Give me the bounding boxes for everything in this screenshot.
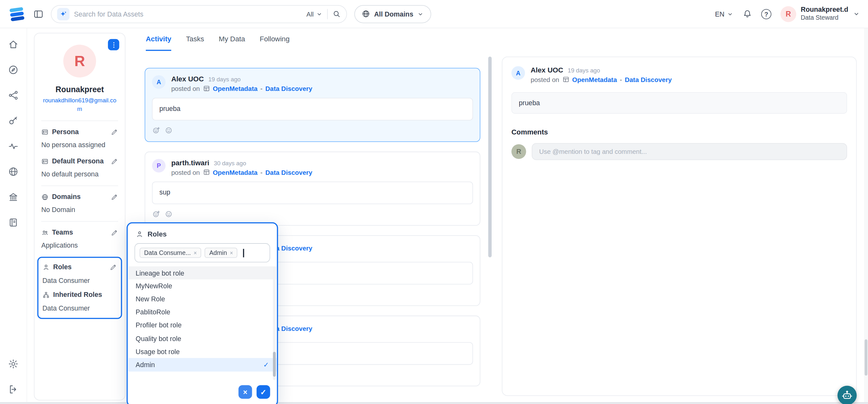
post-target-link[interactable]: Data Discovery: [266, 85, 312, 92]
post-message[interactable]: prueba: [152, 98, 473, 120]
comments-heading: Comments: [512, 128, 847, 136]
tab-my-data[interactable]: My Data: [219, 35, 245, 51]
search-scope-dropdown[interactable]: All: [307, 10, 323, 17]
nav-glossary-button[interactable]: [4, 213, 22, 231]
window-vertical-scrollbar[interactable]: [864, 28, 868, 402]
user-meta: Rounakpreet.d Data Steward: [801, 6, 848, 22]
nav-home-button[interactable]: [4, 35, 22, 53]
default-persona-icon: [41, 158, 49, 165]
user-profile-panel: R Rounakpreet rounakdhillon619@gmail.com…: [34, 33, 125, 401]
nav-domains-button[interactable]: [4, 163, 22, 180]
divider: [327, 9, 328, 19]
domains-dropdown-value: All Domains: [374, 10, 413, 18]
nav-lineage-button[interactable]: [4, 86, 22, 104]
post-entity-link[interactable]: OpenMetadata: [213, 169, 257, 175]
ai-sparkle-icon[interactable]: [57, 8, 69, 20]
persona-value: No persona assigned: [41, 141, 118, 149]
selected-role-chip: Admin ×: [205, 248, 238, 258]
nav-apis-button[interactable]: [4, 112, 22, 130]
edit-teams-icon[interactable]: [111, 229, 118, 236]
roles-popover-title: Roles: [147, 230, 167, 238]
profile-name: Rounakpreet: [41, 85, 118, 94]
home-icon: [8, 39, 19, 50]
add-reaction-icon[interactable]: [152, 126, 161, 135]
emoji-reaction-icon[interactable]: [164, 210, 173, 219]
link-separator: -: [620, 76, 622, 83]
edit-domains-icon[interactable]: [111, 193, 118, 201]
hierarchy-icon: [42, 291, 50, 298]
user-avatar[interactable]: R: [780, 6, 796, 22]
sidebar-toggle-icon[interactable]: [33, 9, 43, 19]
chip-label: Data Consume...: [144, 250, 191, 256]
role-option[interactable]: New Role: [128, 293, 277, 306]
roles-value: Data Consumer: [42, 277, 117, 285]
post-author-name[interactable]: Alex UOC: [171, 75, 204, 83]
profile-tabs: Activity Tasks My Data Following: [135, 28, 493, 51]
language-dropdown[interactable]: EN: [715, 10, 733, 18]
edit-default-persona-icon[interactable]: [111, 158, 118, 165]
emoji-reaction-icon[interactable]: [164, 126, 173, 135]
post-entity-link[interactable]: OpenMetadata: [572, 76, 617, 83]
add-reaction-icon[interactable]: [152, 210, 161, 219]
nav-logout-button[interactable]: [4, 380, 22, 398]
roles-option-list: Lineage bot role MyNewRole New Role Pabl…: [128, 266, 277, 380]
global-search-bar[interactable]: All: [51, 5, 347, 23]
support-chat-button[interactable]: [838, 385, 857, 404]
dots-vertical-icon: [110, 41, 117, 48]
nav-observability-button[interactable]: [4, 137, 22, 155]
notifications-bell-icon[interactable]: [743, 9, 752, 19]
nav-govern-button[interactable]: [4, 188, 22, 206]
check-icon: ✓: [263, 361, 269, 369]
post-target-link[interactable]: Data Discovery: [266, 169, 312, 175]
profile-manage-button[interactable]: [108, 39, 119, 51]
cancel-button[interactable]: ×: [239, 385, 252, 399]
edit-roles-icon[interactable]: [110, 263, 117, 271]
post-entity-link[interactable]: OpenMetadata: [213, 85, 257, 92]
tab-tasks[interactable]: Tasks: [186, 35, 204, 51]
teams-value[interactable]: Applications: [41, 242, 118, 250]
popover-scrollbar-thumb[interactable]: [273, 352, 276, 377]
search-scope-value: All: [307, 10, 314, 17]
domains-dropdown[interactable]: All Domains: [354, 5, 432, 23]
tab-activity[interactable]: Activity: [146, 35, 171, 51]
role-option-selected[interactable]: Admin ✓: [128, 358, 277, 371]
search-input[interactable]: [74, 10, 302, 18]
roles-select-input[interactable]: Data Consume... × Admin ×: [134, 243, 270, 262]
search-icon[interactable]: [332, 9, 341, 18]
role-option[interactable]: MyNewRole: [128, 280, 277, 292]
lineage-icon: [8, 90, 19, 100]
tab-following[interactable]: Following: [260, 35, 290, 51]
comment-input[interactable]: [532, 143, 847, 160]
globe-icon: [362, 9, 370, 18]
role-option[interactable]: Lineage bot role: [128, 266, 277, 280]
person-icon: [135, 230, 144, 238]
post-target-link[interactable]: Data Discovery: [625, 76, 672, 83]
post-author-avatar: A: [512, 66, 525, 80]
feed-scrollbar[interactable]: [488, 57, 492, 257]
vertical-scrollbar-thumb[interactable]: [865, 340, 867, 376]
role-option[interactable]: Profiler bot role: [128, 319, 277, 332]
role-option[interactable]: PablitoRole: [128, 306, 277, 319]
nav-settings-button[interactable]: [4, 355, 22, 373]
role-option[interactable]: Usage bot role: [128, 345, 277, 358]
confirm-button[interactable]: ✓: [257, 385, 270, 399]
roles-label: Roles: [53, 263, 71, 271]
post-author-name[interactable]: parth.tiwari: [171, 159, 209, 167]
remove-chip-icon[interactable]: ×: [193, 250, 196, 256]
feed-post-card[interactable]: P parth.tiwari 30 days ago posted on Ope…: [145, 152, 480, 226]
profile-email[interactable]: rounakdhillon619@gmail.com: [41, 96, 118, 113]
openmetadata-logo[interactable]: [8, 5, 26, 23]
post-message[interactable]: sup: [152, 181, 473, 204]
user-menu[interactable]: R Rounakpreet.d Data Steward: [780, 6, 860, 22]
role-option[interactable]: Quality bot role: [128, 332, 277, 345]
bank-icon: [8, 191, 19, 202]
post-author-avatar: A: [152, 75, 166, 89]
chevron-down-icon: [316, 10, 323, 17]
remove-chip-icon[interactable]: ×: [229, 250, 233, 256]
chevron-down-icon: [853, 10, 860, 18]
feed-post-card[interactable]: A Alex UOC 19 days ago posted on OpenMet…: [145, 68, 480, 142]
help-icon[interactable]: ?: [761, 9, 771, 19]
post-author-name[interactable]: Alex UOC: [531, 66, 563, 74]
nav-explore-button[interactable]: [4, 60, 22, 79]
edit-persona-icon[interactable]: [111, 128, 118, 136]
